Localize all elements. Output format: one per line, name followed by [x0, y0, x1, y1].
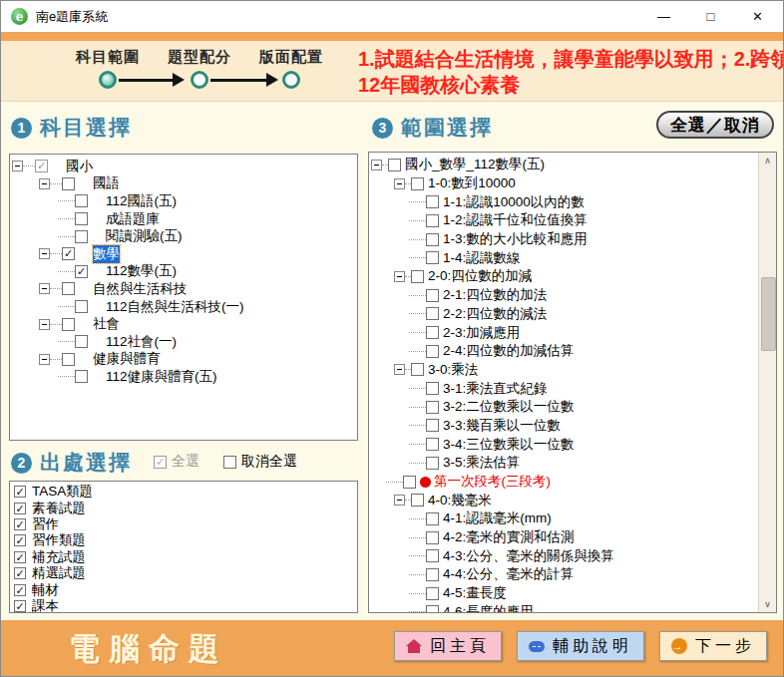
tree-node-label[interactable]: 3-0:乘法 [428, 361, 478, 379]
tree-checkbox[interactable] [62, 318, 75, 331]
tree-checkbox[interactable] [426, 382, 439, 395]
source-item-checkbox[interactable]: ✓ [14, 584, 26, 596]
tree-node-label[interactable]: 國語 [93, 174, 120, 192]
tree-node-label[interactable]: 閱讀測驗(五) [106, 227, 183, 245]
expand-toggle-icon[interactable] [39, 319, 50, 330]
tree-checkbox[interactable] [426, 531, 439, 544]
select-all-toggle-button[interactable]: 全選／取消 [656, 111, 774, 139]
expand-toggle-icon[interactable] [394, 178, 405, 189]
tree-checkbox[interactable] [411, 363, 424, 376]
select-all-option[interactable]: ✓ 全選 [154, 453, 199, 471]
tree-node-label[interactable]: 4-0:幾毫米 [428, 492, 492, 509]
tree-node-label[interactable]: 112國語(五) [106, 192, 177, 210]
tree-checkbox[interactable] [426, 605, 439, 613]
tree-node-label[interactable]: 2-1:四位數的加法 [443, 286, 547, 304]
tree-node-label[interactable]: 健康與體育 [93, 350, 161, 368]
tree-node-label[interactable]: 成語題庫 [106, 210, 160, 228]
scroll-down-icon[interactable]: ∨ [759, 596, 776, 612]
tree-checkbox[interactable] [426, 549, 439, 562]
tree-node-label[interactable]: 自然與生活科技 [93, 280, 188, 298]
tree-checkbox[interactable] [426, 251, 439, 264]
expand-toggle-icon[interactable] [39, 178, 50, 189]
tree-node-label[interactable]: 4-5:畫長度 [443, 584, 507, 602]
tree-checkbox[interactable] [62, 353, 75, 366]
tree-node-label[interactable]: 4-2:毫米的實測和估測 [443, 528, 574, 546]
tree-node-label[interactable]: 3-5:乘法估算 [443, 454, 520, 472]
tree-checkbox[interactable] [426, 438, 439, 451]
tree-node-label[interactable]: 3-1:乘法直式紀錄 [443, 380, 547, 398]
tree-checkbox[interactable] [403, 476, 416, 489]
source-item-checkbox[interactable]: ✓ [14, 518, 26, 530]
deselect-all-checkbox[interactable] [223, 456, 236, 469]
tree-node-label[interactable]: 112社會(一) [106, 333, 177, 351]
tree-checkbox[interactable] [426, 457, 439, 470]
tree-node-label[interactable]: 2-0:四位數的加減 [428, 267, 532, 285]
tree-checkbox[interactable] [426, 587, 439, 600]
source-item-checkbox[interactable]: ✓ [14, 534, 26, 546]
source-item-checkbox[interactable]: ✓ [14, 551, 26, 563]
expand-toggle-icon[interactable] [39, 248, 50, 259]
tree-checkbox[interactable] [426, 419, 439, 432]
minimize-button[interactable]: — [640, 1, 687, 32]
tree-node-label[interactable]: 第一次段考(三段考) [434, 473, 551, 491]
tree-node-label[interactable]: 112健康與體育(五) [106, 368, 217, 386]
expand-toggle-icon[interactable] [394, 364, 405, 375]
tree-node-label[interactable]: 2-2:四位數的減法 [443, 305, 547, 323]
tree-checkbox[interactable] [426, 326, 439, 339]
tree-node-label[interactable]: 社會 [93, 315, 120, 333]
tree-node-label[interactable]: 4-3:公分、毫米的關係與換算 [443, 547, 614, 565]
step-circle-icon[interactable] [282, 71, 300, 89]
tree-checkbox[interactable]: ✓ [62, 247, 75, 260]
step-circle-icon[interactable] [191, 71, 208, 89]
tree-node-label[interactable]: 國小_數學_112數學(五) [405, 156, 545, 173]
tree-node-label[interactable]: 1-2:認識千位和位值換算 [443, 211, 588, 229]
deselect-all-option[interactable]: 取消全選 [223, 453, 297, 471]
tree-checkbox[interactable] [426, 233, 439, 246]
tree-checkbox[interactable]: ✓ [75, 265, 88, 278]
tree-checkbox[interactable] [75, 335, 88, 348]
tree-node-label[interactable]: 112數學(五) [106, 262, 177, 280]
help-button[interactable]: 輔助說明 [517, 631, 644, 661]
tree-checkbox[interactable] [426, 214, 439, 227]
expand-toggle-icon[interactable] [394, 495, 405, 506]
tree-node-label[interactable]: 4-4:公分、毫米的計算 [443, 565, 574, 583]
tree-checkbox[interactable] [426, 512, 439, 525]
tree-node-label[interactable]: 1-4:認識數線 [443, 249, 520, 267]
tree-node-label[interactable]: 1-0:數到10000 [428, 174, 516, 192]
tree-checkbox[interactable] [75, 212, 88, 225]
expand-toggle-icon[interactable] [39, 354, 50, 365]
expand-toggle-icon[interactable] [39, 283, 50, 294]
scrollbar-thumb[interactable] [761, 277, 776, 351]
tree-checkbox[interactable] [75, 370, 88, 383]
close-button[interactable]: ✕ [734, 1, 781, 32]
scrollbar[interactable]: ∧ ∨ [758, 153, 776, 612]
tree-checkbox[interactable] [388, 159, 401, 171]
tree-checkbox[interactable] [426, 401, 439, 414]
tree-node-label[interactable]: 112自然與生活科技(一) [106, 298, 244, 316]
tree-node-label[interactable]: 2-4:四位數的加減估算 [443, 342, 574, 360]
select-all-checkbox[interactable]: ✓ [154, 456, 167, 469]
tree-node-label[interactable]: 4-1:認識毫米(mm) [443, 509, 552, 527]
tree-checkbox[interactable] [75, 230, 88, 243]
tree-node-label[interactable]: 3-4:三位數乘以一位數 [443, 436, 574, 454]
tree-checkbox[interactable]: ✓ [35, 160, 48, 172]
tree-checkbox[interactable] [75, 194, 88, 207]
step-circle-icon[interactable] [99, 71, 117, 89]
next-step-button[interactable]: →下一步 [659, 631, 767, 661]
tree-checkbox[interactable] [411, 177, 424, 190]
source-item-checkbox[interactable]: ✓ [14, 486, 26, 498]
tree-node-label[interactable]: 3-2:二位數乘以一位數 [443, 398, 574, 416]
tree-node-label[interactable]: 2-3:加減應用 [443, 324, 520, 342]
scroll-up-icon[interactable]: ∧ [759, 153, 776, 169]
tree-node-label[interactable]: 4-6:長度的應用 [443, 603, 534, 613]
expand-toggle-icon[interactable] [12, 161, 23, 171]
maximize-button[interactable]: □ [687, 1, 734, 32]
tree-node-label[interactable]: 1-1:認識10000以內的數 [443, 193, 585, 211]
tree-node-label[interactable]: 數學 [93, 245, 120, 263]
tree-node-label[interactable]: 3-3:幾百乘以一位數 [443, 417, 561, 435]
tree-checkbox[interactable] [426, 195, 439, 208]
tree-checkbox[interactable] [426, 568, 439, 581]
tree-checkbox[interactable] [411, 494, 424, 507]
source-item-checkbox[interactable]: ✓ [14, 600, 26, 612]
tree-checkbox[interactable] [411, 270, 424, 283]
